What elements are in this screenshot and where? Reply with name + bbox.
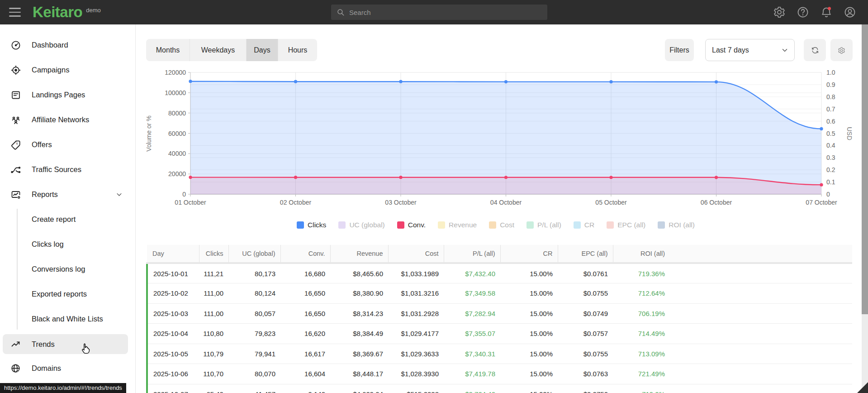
- settings-icon[interactable]: [773, 6, 786, 19]
- table-cell-filler: [670, 364, 852, 384]
- sidebar-item-conversions-log[interactable]: Conversions log: [0, 257, 135, 282]
- sidebar-item-dashboard[interactable]: Dashboard: [0, 33, 135, 58]
- table-cell-conv: 16,604: [280, 364, 330, 384]
- date-range-select[interactable]: Last 7 days: [705, 39, 795, 61]
- table-row: 2025-10-06110,7080,07016,604$8,448.17$1,…: [147, 364, 852, 384]
- svg-text:0.3: 0.3: [826, 154, 835, 161]
- legend-item-conv[interactable]: Conv.: [397, 221, 426, 229]
- legend-swatch: [338, 221, 346, 229]
- legend-item-clicks[interactable]: Clicks: [297, 221, 326, 229]
- legend-item-cr[interactable]: CR: [574, 221, 594, 229]
- offers-icon: s: [10, 139, 21, 150]
- vertical-scrollbar[interactable]: [862, 24, 868, 393]
- legend-item-uc-global[interactable]: UC (global): [338, 221, 384, 229]
- legend-item-revenue[interactable]: Revenue: [438, 221, 477, 229]
- tab-hours[interactable]: Hours: [278, 39, 317, 61]
- column-header-p-l-all[interactable]: P/L (all): [444, 245, 500, 263]
- legend-label: ROI (all): [669, 221, 695, 229]
- legend-label: Cost: [500, 221, 514, 229]
- refresh-icon: [811, 46, 820, 55]
- table-cell-cr: 15.00%: [500, 344, 558, 364]
- chart-legend: ClicksUC (global)Conv.RevenueCostP/L (al…: [136, 221, 855, 229]
- sidebar-item-campaigns[interactable]: Campaigns: [0, 58, 135, 82]
- table-cell-clicks: 110,79: [199, 344, 228, 364]
- legend-label: Revenue: [449, 221, 477, 229]
- table-cell-filler: [670, 344, 852, 364]
- filters-button[interactable]: Filters: [665, 39, 694, 61]
- sidebar-item-label: Traffic Sources: [32, 165, 81, 174]
- svg-text:100000: 100000: [165, 89, 186, 96]
- table-cell-cr: 15.00%: [500, 384, 558, 393]
- notification-dot: [828, 7, 831, 10]
- table-cell-day: 2025-10-07: [147, 384, 199, 393]
- refresh-button[interactable]: [804, 39, 826, 61]
- column-header-conv[interactable]: Conv.: [280, 245, 330, 263]
- dashboard-icon: [10, 40, 21, 51]
- table-cell-revenue: $4,609.04: [330, 384, 388, 393]
- tab-days[interactable]: Days: [246, 39, 278, 61]
- search-bar[interactable]: [331, 5, 547, 20]
- sidebar-item-exported-reports[interactable]: Exported reports: [0, 282, 135, 307]
- sidebar-item-label: Conversions log: [32, 265, 85, 273]
- account-icon[interactable]: [844, 6, 856, 19]
- table-cell-p-l-all: $7,355.07: [444, 324, 500, 344]
- column-header-filler: [670, 245, 852, 263]
- sidebar-item-traffic-sources[interactable]: Traffic Sources: [0, 157, 135, 182]
- column-header-uc-global[interactable]: UC (global): [228, 245, 280, 263]
- svg-text:60000: 60000: [168, 130, 186, 137]
- brand-logo[interactable]: Keitaro: [33, 4, 82, 21]
- column-header-clicks[interactable]: Clicks: [199, 245, 228, 263]
- column-header-epc-all[interactable]: EPC (all): [558, 245, 613, 263]
- table-cell-uc-global: 41,457: [228, 384, 280, 393]
- legend-swatch: [607, 221, 614, 229]
- svg-text:03 October: 03 October: [385, 199, 417, 206]
- table-cell-day: 2025-10-06: [147, 364, 199, 384]
- tab-weekdays[interactable]: Weekdays: [190, 39, 246, 61]
- table-cell-epc-all: $0.0755: [558, 283, 613, 304]
- sidebar-item-landings-pages[interactable]: Landings Pages: [0, 82, 135, 107]
- sidebar-item-create-report[interactable]: Create report: [0, 207, 135, 232]
- sidebar-item-trends[interactable]: Trends: [3, 334, 128, 354]
- sidebar-item-domains[interactable]: Domains: [0, 356, 135, 381]
- table-cell-p-l-all: $7,349.58: [444, 283, 500, 304]
- chevron-down-icon: [116, 191, 123, 198]
- gear-icon: [838, 47, 845, 54]
- sidebar-item-label: Clicks log: [32, 240, 64, 249]
- sidebar-item-offers[interactable]: sOffers: [0, 132, 135, 157]
- sidebar-item-black-and-white-lists[interactable]: Black and White Lists: [0, 307, 135, 331]
- sidebar-item-clicks-log[interactable]: Clicks log: [0, 232, 135, 257]
- sidebar-item-affiliate-networks[interactable]: Affiliate Networks: [0, 107, 135, 132]
- search-input[interactable]: [349, 9, 530, 16]
- column-header-cr[interactable]: CR: [500, 245, 558, 263]
- table-cell-conv: 16,620: [280, 324, 330, 344]
- table-cell-day: 2025-10-01: [147, 263, 199, 283]
- column-header-revenue[interactable]: Revenue: [330, 245, 388, 263]
- chart-settings-button[interactable]: [830, 39, 853, 61]
- sidebar-item-label: Black and White Lists: [32, 315, 103, 323]
- table-cell-uc-global: 80,124: [228, 283, 280, 304]
- tab-months[interactable]: Months: [146, 39, 190, 61]
- notifications-icon[interactable]: [820, 6, 833, 19]
- column-header-day[interactable]: Day: [147, 245, 199, 263]
- column-header-roi-all[interactable]: ROI (all): [613, 245, 670, 263]
- table-cell-cr: 15.00%: [500, 324, 558, 344]
- legend-item-epc-all[interactable]: EPC (all): [607, 221, 645, 229]
- table-cell-revenue: $8,380.90: [330, 283, 388, 304]
- table-cell-roi-all: 719.36%: [613, 263, 670, 283]
- sidebar-item-label: Trends: [32, 340, 55, 349]
- svg-text:0.2: 0.2: [826, 166, 835, 173]
- table-cell-day: 2025-10-05: [147, 344, 199, 364]
- legend-swatch: [574, 221, 581, 229]
- column-header-cost[interactable]: Cost: [388, 245, 444, 263]
- help-icon[interactable]: [797, 6, 809, 19]
- table-cell-clicks: 111,00: [199, 303, 228, 324]
- svg-text:0: 0: [826, 191, 830, 198]
- sidebar-item-reports[interactable]: Reports: [0, 182, 135, 207]
- legend-item-p-l-all[interactable]: P/L (all): [526, 221, 561, 229]
- scrollbar-thumb[interactable]: [862, 24, 868, 314]
- table-cell-conv: 16,617: [280, 344, 330, 364]
- legend-item-cost[interactable]: Cost: [489, 221, 514, 229]
- legend-item-roi-all[interactable]: ROI (all): [658, 221, 695, 229]
- traffic-icon: [10, 164, 21, 175]
- menu-toggle-icon[interactable]: [9, 8, 21, 17]
